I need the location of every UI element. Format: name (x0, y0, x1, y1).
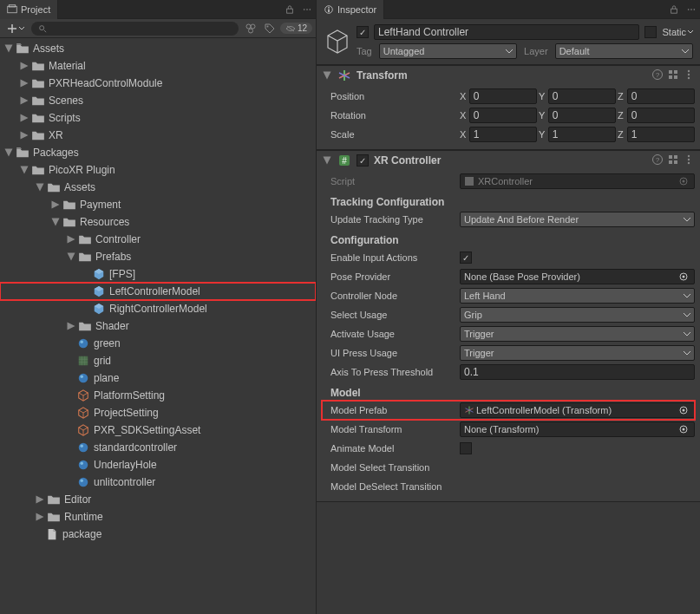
scale-x-input[interactable] (469, 127, 537, 142)
foldout-icon[interactable] (66, 234, 76, 245)
tree-row-scripts[interactable]: Scripts (0, 109, 316, 127)
foldout-icon[interactable] (19, 113, 29, 123)
tree-row-runtime[interactable]: Runtime (0, 508, 316, 526)
object-picker-icon[interactable] (677, 424, 690, 434)
layer-dropdown[interactable]: Default (555, 43, 693, 59)
tree-row-plane[interactable]: plane (0, 369, 316, 387)
tree-row-grid[interactable]: grid (0, 352, 316, 369)
foldout-icon[interactable] (19, 165, 29, 175)
tree-row-platformsetting[interactable]: PlatformSetting (0, 387, 316, 404)
lock-icon[interactable] (282, 2, 298, 17)
position-z-input[interactable] (627, 88, 695, 104)
foldout-icon[interactable] (50, 199, 61, 210)
tree-row-package[interactable]: package (0, 526, 316, 543)
xrcontroller-header[interactable]: # XR Controller ? (317, 151, 700, 170)
model-prefab-field[interactable]: LeftControllerModel (Transform) (460, 402, 695, 418)
model-transform-field[interactable]: None (Transform) (460, 421, 695, 437)
pose-provider-field[interactable]: None (Base Pose Provider) (460, 269, 695, 284)
object-picker-icon[interactable] (677, 405, 690, 415)
context-menu-icon[interactable] (684, 2, 699, 17)
static-checkbox[interactable] (644, 26, 657, 38)
object-picker-icon[interactable] (677, 271, 690, 282)
tree-row-underlay[interactable]: UnderlayHole (0, 456, 316, 474)
tree-row-pxr[interactable]: PXRHeadControlModule (0, 75, 316, 92)
select-usage-dropdown[interactable]: Grip (460, 307, 695, 323)
context-menu-icon[interactable] (299, 2, 315, 17)
tree-row-fps[interactable]: [FPS] (0, 265, 316, 283)
tree-row-projectsetting[interactable]: ProjectSetting (0, 404, 316, 421)
foldout-icon[interactable] (35, 494, 45, 505)
tree-row-stdcontroller[interactable]: standardcontroller (0, 439, 316, 456)
lock-icon[interactable] (666, 2, 682, 17)
foldout-icon[interactable] (66, 321, 76, 331)
scale-y-input[interactable] (548, 127, 616, 142)
tree-row-green[interactable]: green (0, 335, 316, 352)
tree-row-payment[interactable]: Payment (0, 196, 316, 213)
component-enabled-checkbox[interactable] (357, 154, 369, 167)
update-tracking-dropdown[interactable]: Update And Before Render (460, 212, 695, 227)
tree-row-xr[interactable]: XR (0, 127, 316, 144)
position-y-input[interactable] (548, 88, 616, 104)
position-x-input[interactable] (469, 88, 537, 104)
context-menu-icon[interactable] (683, 69, 695, 83)
filter-by-label-icon[interactable] (262, 21, 278, 36)
tree-row-scenes[interactable]: Scenes (0, 92, 316, 109)
rotation-y-input[interactable] (548, 108, 616, 123)
foldout-icon[interactable] (35, 182, 45, 193)
axis-threshold-input[interactable] (460, 364, 695, 380)
rotation-x-input[interactable] (469, 108, 537, 123)
foldout-icon[interactable] (19, 95, 29, 106)
prefab-icon (92, 284, 106, 298)
foldout-icon[interactable] (322, 155, 332, 166)
scale-z-input[interactable] (627, 127, 695, 142)
foldout-icon[interactable] (35, 512, 45, 522)
preset-icon[interactable] (667, 69, 679, 83)
foldout-icon[interactable] (19, 130, 29, 140)
tree-row-picoxr[interactable]: PicoXR Plugin (0, 161, 316, 179)
activate-usage-dropdown[interactable]: Trigger (460, 326, 695, 342)
prefab-icon (92, 267, 106, 281)
help-icon[interactable]: ? (651, 69, 664, 83)
foldout-icon[interactable] (50, 217, 61, 227)
filter-by-type-icon[interactable] (243, 21, 258, 36)
help-icon[interactable]: ? (651, 154, 664, 168)
ui-press-dropdown[interactable]: Trigger (460, 345, 695, 361)
gameobject-active-checkbox[interactable] (357, 26, 369, 38)
tree-row-resources[interactable]: Resources (0, 213, 316, 231)
search-input[interactable] (31, 22, 239, 36)
tree-row-controller[interactable]: Controller (0, 231, 316, 248)
tree-row-prefabs[interactable]: Prefabs (0, 248, 316, 265)
animate-model-checkbox[interactable] (460, 442, 472, 454)
foldout-icon[interactable] (19, 61, 29, 71)
inspector-tab[interactable]: Inspector (317, 0, 384, 19)
enable-input-checkbox[interactable] (460, 251, 472, 264)
context-menu-icon[interactable] (683, 154, 695, 168)
foldout-icon[interactable] (3, 147, 14, 158)
tree-row-sdksetting[interactable]: PXR_SDKSettingAsset (0, 421, 316, 439)
gameobject-name-input[interactable] (374, 24, 639, 40)
tree-row-rightcontroller[interactable]: RightControllerModel (0, 300, 316, 317)
project-tab[interactable]: Project (0, 0, 58, 19)
tree-row-editor[interactable]: Editor (0, 491, 316, 508)
controller-node-dropdown[interactable]: Left Hand (460, 288, 695, 304)
project-tree[interactable]: Assets Material PXRHeadControlModule Sce… (0, 38, 316, 614)
z-label: Z (618, 91, 625, 101)
tree-row-material[interactable]: Material (0, 57, 316, 75)
rotation-z-input[interactable] (627, 108, 695, 123)
tree-row-picoxr-assets[interactable]: Assets (0, 179, 316, 196)
foldout-icon[interactable] (322, 70, 332, 81)
tree-row-shader[interactable]: Shader (0, 317, 316, 335)
preset-icon[interactable] (667, 154, 679, 168)
tree-row-leftcontroller[interactable]: LeftControllerModel (0, 283, 316, 300)
project-tab-label: Project (21, 4, 50, 15)
add-button[interactable] (3, 23, 28, 34)
foldout-icon[interactable] (66, 251, 76, 262)
foldout-icon[interactable] (3, 43, 14, 54)
tree-row-assets[interactable]: Assets (0, 40, 316, 57)
tree-row-unlit[interactable]: unlitcontroller (0, 474, 316, 491)
hidden-badge[interactable]: 12 (280, 23, 312, 34)
foldout-icon[interactable] (19, 78, 29, 88)
transform-header[interactable]: Transform ? (317, 66, 700, 85)
tag-dropdown[interactable]: Untagged (379, 43, 517, 59)
tree-row-packages[interactable]: Packages (0, 144, 316, 161)
